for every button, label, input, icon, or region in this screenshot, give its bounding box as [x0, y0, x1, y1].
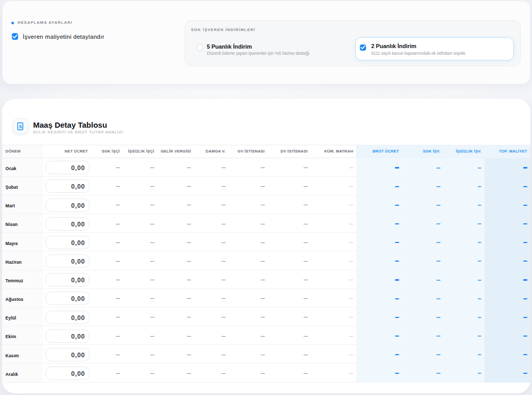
svg-text:$: $ [19, 123, 22, 129]
